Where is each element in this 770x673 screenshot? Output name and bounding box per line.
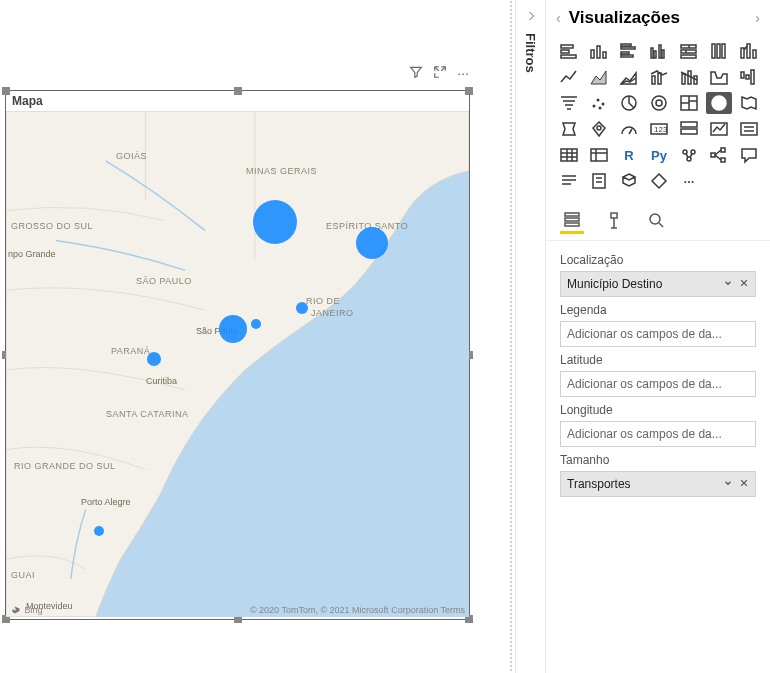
svg-rect-7 xyxy=(621,44,631,46)
city-label: Porto Alegre xyxy=(81,497,131,507)
svg-point-41 xyxy=(656,100,662,106)
clustered-column-icon[interactable] xyxy=(646,40,672,62)
chevron-down-icon[interactable] xyxy=(723,277,733,291)
svg-rect-2 xyxy=(561,50,569,53)
focus-mode-icon[interactable] xyxy=(433,65,447,82)
resize-handle[interactable] xyxy=(234,87,242,95)
svg-rect-70 xyxy=(711,153,715,157)
stacked-area-icon[interactable] xyxy=(616,66,642,88)
multi-row-card-icon[interactable] xyxy=(676,118,702,140)
table-icon[interactable] xyxy=(556,144,582,166)
gauge-icon[interactable] xyxy=(616,118,642,140)
area-chart-icon[interactable] xyxy=(586,66,612,88)
field-well-longitude[interactable]: Adicionar os campos de da... xyxy=(560,421,756,447)
fields-tab[interactable] xyxy=(560,206,584,234)
filled-map-icon[interactable] xyxy=(736,92,762,114)
field-well-size[interactable]: Transportes xyxy=(560,471,756,497)
scatter-icon[interactable] xyxy=(586,92,612,114)
state-label: MINAS GERAIS xyxy=(246,166,317,176)
pie-icon[interactable] xyxy=(616,92,642,114)
waterfall-icon[interactable] xyxy=(736,66,762,88)
azure-map-icon[interactable] xyxy=(586,118,612,140)
svg-rect-71 xyxy=(721,148,725,152)
remove-field-icon[interactable] xyxy=(739,477,749,491)
collapse-viz-icon[interactable]: ‹ xyxy=(556,10,561,26)
state-label: JANEIRO xyxy=(311,308,354,318)
svg-rect-1 xyxy=(561,45,573,48)
stacked-column-icon[interactable] xyxy=(586,40,612,62)
svg-rect-52 xyxy=(681,129,697,134)
filter-icon[interactable] xyxy=(409,65,423,82)
decomposition-tree-icon[interactable] xyxy=(706,144,732,166)
data-bubble[interactable] xyxy=(356,227,388,259)
svg-rect-78 xyxy=(593,174,605,188)
remove-field-icon[interactable] xyxy=(739,277,749,291)
key-influencers-icon[interactable] xyxy=(676,144,702,166)
svg-rect-14 xyxy=(662,50,664,58)
shape-map-icon[interactable] xyxy=(556,118,582,140)
clustered-bar-icon[interactable] xyxy=(616,40,642,62)
visualizations-panel: ‹ Visualizações › 123 xyxy=(545,0,770,673)
svg-line-74 xyxy=(715,155,721,160)
stacked-bar-icon[interactable] xyxy=(556,40,582,62)
donut-icon[interactable] xyxy=(646,92,672,114)
map-attribution[interactable]: © 2020 TomTom, © 2021 Microsoft Corporat… xyxy=(250,605,465,615)
slicer-icon[interactable] xyxy=(736,118,762,140)
expand-viz-icon[interactable]: › xyxy=(755,10,760,26)
paginated-report-icon[interactable] xyxy=(586,170,612,192)
resize-handle[interactable] xyxy=(2,87,10,95)
svg-rect-54 xyxy=(741,123,757,135)
svg-line-73 xyxy=(715,150,721,155)
analytics-tab[interactable] xyxy=(644,206,668,234)
state-label: GROSSO DO SUL xyxy=(11,221,93,231)
map-icon[interactable] xyxy=(706,92,732,114)
line-stacked-column-icon[interactable] xyxy=(676,66,702,88)
field-label-location: Localização xyxy=(560,253,756,267)
chevron-down-icon[interactable] xyxy=(723,477,733,491)
svg-rect-13 xyxy=(659,45,661,58)
get-more-visuals-icon[interactable]: ··· xyxy=(676,170,702,192)
funnel-icon[interactable] xyxy=(556,92,582,114)
card-icon[interactable]: 123 xyxy=(646,118,672,140)
bing-logo: Bing xyxy=(10,603,43,615)
more-options-icon[interactable]: ··· xyxy=(457,65,469,82)
svg-rect-19 xyxy=(681,55,696,58)
qa-visual-icon[interactable] xyxy=(736,144,762,166)
svg-rect-51 xyxy=(681,122,697,127)
smart-narrative-icon[interactable] xyxy=(556,170,582,192)
expand-filters-icon[interactable] xyxy=(525,10,537,25)
treemap-icon[interactable] xyxy=(676,92,702,114)
report-canvas[interactable]: ··· Mapa GOIÁSMINAS xyxy=(0,0,509,673)
data-bubble[interactable] xyxy=(251,319,261,329)
map-visual-container[interactable]: ··· Mapa GOIÁSMINAS xyxy=(5,90,470,620)
line-chart-icon[interactable] xyxy=(556,66,582,88)
format-tab[interactable] xyxy=(602,206,626,234)
arcgis-icon[interactable] xyxy=(616,170,642,192)
field-label-size: Tamanho xyxy=(560,453,756,467)
svg-rect-33 xyxy=(746,75,749,79)
data-bubble[interactable] xyxy=(94,526,104,536)
stacked-bar-100-icon[interactable] xyxy=(676,40,702,62)
python-visual-icon[interactable]: Py xyxy=(646,144,672,166)
field-well-location[interactable]: Município Destino xyxy=(560,271,756,297)
line-column-icon[interactable] xyxy=(646,66,672,88)
data-bubble[interactable] xyxy=(147,352,161,366)
svg-line-88 xyxy=(659,223,663,227)
power-apps-icon[interactable] xyxy=(646,170,672,192)
svg-rect-21 xyxy=(717,44,720,58)
svg-rect-3 xyxy=(561,55,576,58)
data-bubble[interactable] xyxy=(296,302,308,314)
resize-handle[interactable] xyxy=(465,87,473,95)
filters-panel-collapsed[interactable]: Filtros xyxy=(515,0,545,673)
ribbon-icon[interactable] xyxy=(736,40,762,62)
ribbon-chart-icon[interactable] xyxy=(706,66,732,88)
stacked-column-100-icon[interactable] xyxy=(706,40,732,62)
data-bubble[interactable] xyxy=(253,200,297,244)
map-surface[interactable]: GOIÁSMINAS GERAISGROSSO DO SULESPÍRITO S… xyxy=(6,111,469,617)
matrix-icon[interactable] xyxy=(586,144,612,166)
field-well-latitude[interactable]: Adicionar os campos de da... xyxy=(560,371,756,397)
data-bubble[interactable] xyxy=(219,315,247,343)
r-visual-icon[interactable]: R xyxy=(616,144,642,166)
kpi-icon[interactable] xyxy=(706,118,732,140)
field-well-legend[interactable]: Adicionar os campos de da... xyxy=(560,321,756,347)
